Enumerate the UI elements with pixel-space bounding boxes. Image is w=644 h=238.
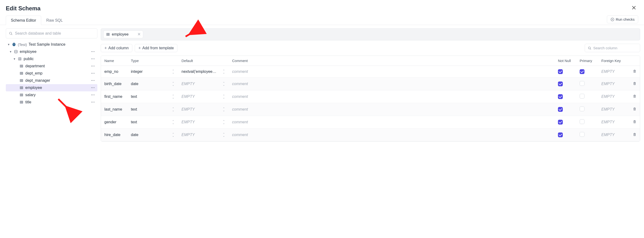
foreign-key-value[interactable]: EMPTY	[601, 120, 614, 124]
default-value[interactable]: nextval('employee…	[182, 69, 216, 74]
delete-row-button[interactable]	[633, 70, 636, 74]
tab-schema-editor[interactable]: Schema Editor	[6, 16, 41, 25]
primary-checkbox[interactable]	[580, 94, 584, 99]
col-name[interactable]: birth_date	[101, 78, 128, 90]
comment-input[interactable]: comment	[232, 95, 248, 99]
select-chevron-icon[interactable]: ⌃⌄	[223, 82, 225, 86]
default-select[interactable]: EMPTY⌃⌄	[182, 82, 225, 86]
select-chevron-icon[interactable]: ⌃⌄	[172, 133, 174, 137]
col-name[interactable]: first_name	[101, 90, 128, 103]
delete-row-button[interactable]	[633, 108, 636, 112]
foreign-key-value[interactable]: EMPTY	[601, 107, 614, 111]
foreign-key-value[interactable]: EMPTY	[601, 133, 614, 137]
primary-checkbox[interactable]	[580, 107, 584, 111]
select-chevron-icon[interactable]: ⌃⌄	[223, 95, 225, 99]
chevron-down-icon: ▼	[9, 50, 12, 53]
primary-checkbox[interactable]	[580, 69, 584, 74]
more-icon[interactable]: ···	[90, 86, 96, 90]
run-checks-button[interactable]: Run checks	[607, 15, 638, 23]
comment-input[interactable]: comment	[232, 82, 248, 86]
table-icon	[19, 71, 24, 76]
default-select[interactable]: nextval('employee…⌃⌄	[182, 69, 225, 74]
select-chevron-icon[interactable]: ⌃⌄	[223, 133, 225, 137]
comment-input[interactable]: comment	[232, 133, 248, 137]
select-chevron-icon[interactable]: ⌃⌄	[172, 70, 174, 74]
default-select[interactable]: EMPTY⌃⌄	[182, 120, 225, 124]
col-name[interactable]: gender	[101, 116, 128, 129]
foreign-key-value[interactable]: EMPTY	[601, 69, 614, 74]
delete-row-button[interactable]	[633, 120, 636, 124]
tree-table-dept_emp[interactable]: dept_emp···	[6, 70, 97, 77]
tree-table-dept_manager[interactable]: dept_manager···	[6, 77, 97, 84]
select-chevron-icon[interactable]: ⌃⌄	[223, 108, 225, 111]
select-chevron-icon[interactable]: ⌃⌄	[172, 120, 174, 124]
sidebar-search[interactable]	[6, 28, 97, 38]
column-search-input[interactable]	[593, 46, 637, 50]
tab-raw-sql[interactable]: Raw SQL	[41, 16, 68, 25]
comment-input[interactable]: comment	[232, 107, 248, 111]
default-value[interactable]: EMPTY	[182, 95, 195, 99]
select-chevron-icon[interactable]: ⌃⌄	[172, 108, 174, 111]
tree-instance[interactable]: ▼ (Test) Test Sample Instance	[6, 41, 97, 48]
delete-row-button[interactable]	[633, 95, 636, 99]
type-select[interactable]: text⌃⌄	[131, 107, 174, 112]
foreign-key-value[interactable]: EMPTY	[601, 95, 614, 99]
primary-checkbox[interactable]	[580, 119, 584, 124]
not-null-checkbox[interactable]	[558, 94, 563, 99]
primary-checkbox[interactable]	[580, 132, 584, 137]
add-from-template-button[interactable]: + Add from template	[135, 44, 178, 52]
more-icon[interactable]: ···	[90, 93, 96, 97]
more-icon[interactable]: ···	[90, 100, 96, 104]
col-name[interactable]: emp_no	[101, 66, 128, 78]
default-select[interactable]: EMPTY⌃⌄	[182, 133, 225, 137]
database-icon	[14, 50, 18, 54]
more-icon[interactable]: ···	[90, 64, 96, 68]
not-null-checkbox[interactable]	[558, 132, 563, 137]
delete-row-button[interactable]	[633, 133, 636, 137]
type-select[interactable]: text⌃⌄	[131, 95, 174, 99]
default-value[interactable]: EMPTY	[182, 120, 195, 124]
col-name[interactable]: last_name	[101, 103, 128, 116]
add-column-button[interactable]: + Add column	[101, 44, 132, 52]
tree-table-department[interactable]: department···	[6, 63, 97, 70]
type-select[interactable]: date⌃⌄	[131, 82, 174, 86]
tree-database[interactable]: ▼ employee ···	[6, 48, 97, 55]
tree-table-salary[interactable]: salary···	[6, 91, 97, 99]
default-select[interactable]: EMPTY⌃⌄	[182, 95, 225, 99]
comment-input[interactable]: comment	[232, 69, 248, 74]
more-icon[interactable]: ···	[90, 78, 96, 83]
table-label: dept_manager	[25, 78, 50, 83]
not-null-checkbox[interactable]	[558, 107, 563, 112]
type-select[interactable]: text⌃⌄	[131, 120, 174, 124]
type-select[interactable]: integer⌃⌄	[131, 69, 174, 74]
more-icon[interactable]: ···	[90, 57, 96, 61]
breadcrumb-chip[interactable]: employee	[104, 30, 143, 38]
tree-table-title[interactable]: title···	[6, 99, 97, 106]
delete-row-button[interactable]	[633, 82, 636, 86]
breadcrumb-close-icon[interactable]	[130, 32, 140, 36]
not-null-checkbox[interactable]	[558, 69, 563, 74]
default-value[interactable]: EMPTY	[182, 82, 195, 86]
default-value[interactable]: EMPTY	[182, 133, 195, 137]
foreign-key-value[interactable]: EMPTY	[601, 82, 614, 86]
select-chevron-icon[interactable]: ⌃⌄	[172, 95, 174, 99]
comment-input[interactable]: comment	[232, 120, 248, 124]
more-icon[interactable]: ···	[90, 71, 96, 76]
type-select[interactable]: date⌃⌄	[131, 133, 174, 137]
tree-table-employee[interactable]: employee···	[6, 84, 97, 91]
not-null-checkbox[interactable]	[558, 82, 563, 86]
primary-checkbox[interactable]	[580, 81, 584, 86]
select-chevron-icon[interactable]: ⌃⌄	[223, 120, 225, 124]
more-icon[interactable]: ···	[90, 50, 96, 54]
th-primary: Primary	[576, 56, 598, 66]
not-null-checkbox[interactable]	[558, 120, 563, 124]
column-search[interactable]	[585, 44, 640, 52]
tree-schema[interactable]: ▼ public ···	[6, 55, 97, 63]
default-value[interactable]: EMPTY	[182, 107, 195, 112]
select-chevron-icon[interactable]: ⌃⌄	[223, 70, 225, 74]
default-select[interactable]: EMPTY⌃⌄	[182, 107, 225, 112]
close-button[interactable]	[630, 4, 638, 12]
sidebar-search-input[interactable]	[14, 31, 94, 36]
col-name[interactable]: hire_date	[101, 129, 128, 141]
select-chevron-icon[interactable]: ⌃⌄	[172, 82, 174, 86]
